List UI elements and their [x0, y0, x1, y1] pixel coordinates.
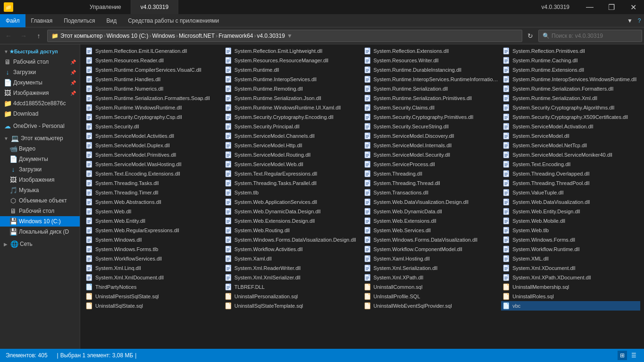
file-item[interactable]: UninstallCommon.sql — [362, 282, 502, 292]
ribbon-arrow-icon[interactable]: ▼ — [625, 16, 635, 25]
file-item[interactable]: System.Runtime.CompilerServices.VisualC.… — [84, 65, 223, 75]
sidebar-item-computer[interactable]: ▼ 💻 Этот компьютер — [0, 133, 80, 143]
quick-access-header[interactable]: ▼ ★ Быстрый доступ — [0, 46, 80, 57]
file-item[interactable]: System.Security.Principal.dll — [223, 122, 362, 131]
sidebar-item-folder1[interactable]: 📁 4dcd188552ce8876c — [0, 98, 80, 109]
file-item[interactable]: System.Xml.ReaderWriter.dll — [223, 263, 362, 273]
file-item[interactable]: System.ServiceModel.dll — [501, 131, 640, 141]
close-button[interactable]: ✕ — [622, 0, 644, 14]
file-item[interactable]: System.Runtime.Serialization.Json.dll — [223, 93, 362, 103]
file-item[interactable]: System.Web.Routing.dll — [223, 226, 362, 235]
menu-home[interactable]: Главная — [25, 14, 59, 27]
file-item[interactable]: System.Web.Abstractions.dll — [84, 197, 223, 207]
file-item[interactable]: System.Windows.Forms.dll — [501, 235, 640, 244]
file-item[interactable]: TLBREF.DLL — [223, 282, 362, 292]
info-icon[interactable]: ? — [635, 16, 644, 25]
file-item[interactable]: System.Web.Services.dll — [362, 226, 502, 235]
menu-tools[interactable]: Средства работы с приложениями — [122, 14, 225, 27]
file-item[interactable]: System.Web.Mobile.dll — [501, 216, 640, 226]
file-item[interactable]: System.tlb — [223, 188, 362, 197]
refresh-button[interactable]: ↻ — [524, 30, 536, 42]
file-item[interactable]: System.ServiceModel.Routing.dll — [223, 150, 362, 160]
path-drive[interactable]: Windows 10 (C:) — [107, 33, 149, 39]
sidebar-item-downloads[interactable]: ↓ Загрузки 📌 — [0, 67, 80, 77]
file-item[interactable]: System.Workflow.Activities.dll — [223, 244, 362, 254]
sidebar-item-desktop[interactable]: 🖥 Рабочий стол 📌 — [0, 57, 80, 67]
file-item[interactable]: System.Threading.dll — [362, 169, 502, 178]
file-item[interactable]: System.Web.Extensions.dll — [362, 216, 502, 226]
file-item[interactable]: UninstallSqlState.sql — [84, 301, 223, 311]
sidebar-item-download[interactable]: 📁 Download — [0, 109, 80, 119]
file-item[interactable]: System.Runtime.DurableInstancing.dll — [362, 65, 502, 75]
file-item[interactable]: System.Xml.XDocument.dll — [501, 263, 640, 273]
sidebar-item-c-drive[interactable]: 💾 Windows 10 (C:) — [0, 216, 80, 227]
address-path[interactable]: 📁 Этот компьютер › Windows 10 (C:) › Win… — [47, 30, 522, 42]
file-item[interactable]: System.Windows.Forms.DataVisualization.D… — [223, 235, 362, 244]
file-item[interactable]: System.Web.Extensions.Design.dll — [223, 216, 362, 226]
file-item[interactable]: System.Runtime.InteropServices.dll — [223, 75, 362, 84]
file-item[interactable]: System.Threading.Timer.dll — [84, 188, 223, 197]
up-button[interactable]: ↑ — [32, 29, 45, 42]
file-item[interactable]: System.Runtime.Caching.dll — [501, 56, 640, 65]
sidebar-item-dl2[interactable]: ↓ Загрузки — [0, 164, 80, 175]
file-item[interactable]: System.Web.RegularExpressions.dll — [84, 226, 223, 235]
file-item[interactable]: ThirdPartyNotices — [84, 282, 223, 292]
sidebar-item-desktop2[interactable]: 🖥 Рабочий стол — [0, 206, 80, 216]
file-item[interactable]: System.Reflection.Primitives.dll — [501, 46, 640, 56]
file-item[interactable]: UninstallWebEventSqlProvider.sql — [362, 301, 502, 311]
file-item[interactable]: System.ValueTuple.dll — [501, 188, 640, 197]
file-item[interactable]: System.Runtime.dll — [223, 65, 362, 75]
file-item[interactable]: System.Runtime.Serialization.Formatters.… — [501, 84, 640, 93]
path-computer[interactable]: Этот компьютер — [60, 33, 103, 39]
file-item[interactable]: System.Xml.XPath.dll — [362, 273, 502, 282]
file-item[interactable]: System.Runtime.Numerics.dll — [84, 84, 223, 93]
file-item[interactable]: System.Web.DataVisualization.Design.dll — [362, 197, 502, 207]
file-item[interactable]: System.WorkflowServices.dll — [84, 254, 223, 263]
file-item[interactable]: System.Threading.Thread.dll — [362, 178, 502, 188]
file-item[interactable]: System.Xml.Linq.dll — [84, 263, 223, 273]
file-item[interactable]: System.Xml.XmlSerializer.dll — [223, 273, 362, 282]
file-item[interactable]: UninstallMembership.sql — [501, 282, 640, 292]
file-item[interactable]: System.Windows.dll — [84, 235, 223, 244]
file-item[interactable]: System.Runtime.WindowsRuntime.dll — [84, 103, 223, 112]
sidebar-item-network[interactable]: ▶ 🌐 Сеть — [0, 239, 80, 249]
file-item[interactable]: UninstallPersistSqlState.sql — [84, 292, 223, 301]
file-item[interactable]: System.Xaml.dll — [223, 254, 362, 263]
file-item[interactable]: UninstallRoles.sql — [501, 292, 640, 301]
file-item[interactable]: System.ServiceModel.Channels.dll — [223, 131, 362, 141]
file-item[interactable]: System.Security.Cryptography.Encoding.dl… — [223, 112, 362, 122]
file-item[interactable]: System.Workflow.Runtime.dll — [501, 244, 640, 254]
file-item[interactable]: System.Security.Cryptography.X509Certifi… — [501, 112, 640, 122]
file-item[interactable]: System.Runtime.Serialization.Xml.dll — [501, 93, 640, 103]
file-item[interactable]: System.ServiceModel.Http.dll — [223, 141, 362, 150]
sidebar-item-onedrive[interactable]: ☁ OneDrive - Personal — [0, 121, 80, 131]
file-item[interactable]: System.Windows.Forms.DataVisualization.d… — [362, 235, 502, 244]
path-version[interactable]: v4.0.30319 — [257, 33, 284, 39]
path-windows[interactable]: Windows — [152, 33, 175, 39]
file-item[interactable]: System.XML.dll — [501, 254, 640, 263]
menu-file[interactable]: Файл — [0, 14, 25, 27]
file-item[interactable]: System.Workflow.ComponentModel.dll — [362, 244, 502, 254]
file-item[interactable]: System.Web.DataVisualization.dll — [501, 197, 640, 207]
file-item[interactable]: System.Security.Cryptography.Primitives.… — [362, 112, 502, 122]
file-item[interactable]: System.ServiceModel.Discovery.dll — [362, 131, 502, 141]
file-item[interactable]: System.Resources.Writer.dll — [362, 56, 502, 65]
file-item[interactable]: System.ServiceModel.WasHosting.dll — [84, 160, 223, 169]
file-item[interactable]: System.ServiceModel.Primitives.dll — [84, 150, 223, 160]
file-item[interactable]: System.Threading.Overlapped.dll — [501, 169, 640, 178]
file-item[interactable]: System.Runtime.InteropServices.RuntimeIn… — [362, 75, 502, 84]
file-item[interactable]: System.Web.ApplicationServices.dll — [223, 197, 362, 207]
file-item[interactable]: System.Text.RegularExpressions.dll — [223, 169, 362, 178]
file-item[interactable]: System.ServiceModel.Security.dll — [362, 150, 502, 160]
sidebar-item-video[interactable]: 📹 Видео — [0, 143, 80, 154]
file-item[interactable]: System.Threading.Tasks.Parallel.dll — [223, 178, 362, 188]
file-item[interactable]: System.ServiceModel.Activities.dll — [84, 131, 223, 141]
file-item[interactable]: System.Reflection.Extensions.dll — [362, 46, 502, 56]
file-item[interactable]: System.Web.DynamicData.dll — [362, 207, 502, 216]
file-item[interactable]: System.Threading.Tasks.dll — [84, 178, 223, 188]
file-item[interactable]: System.Web.tlb — [501, 226, 640, 235]
sidebar-item-images[interactable]: 🖼 Изображения 📌 — [0, 88, 80, 98]
sidebar-item-d-drive[interactable]: 💾 Локальный диск (D — [0, 227, 80, 237]
file-item[interactable]: System.Transactions.dll — [362, 188, 502, 197]
file-item[interactable]: UnInstallProfile.SQL — [362, 292, 502, 301]
